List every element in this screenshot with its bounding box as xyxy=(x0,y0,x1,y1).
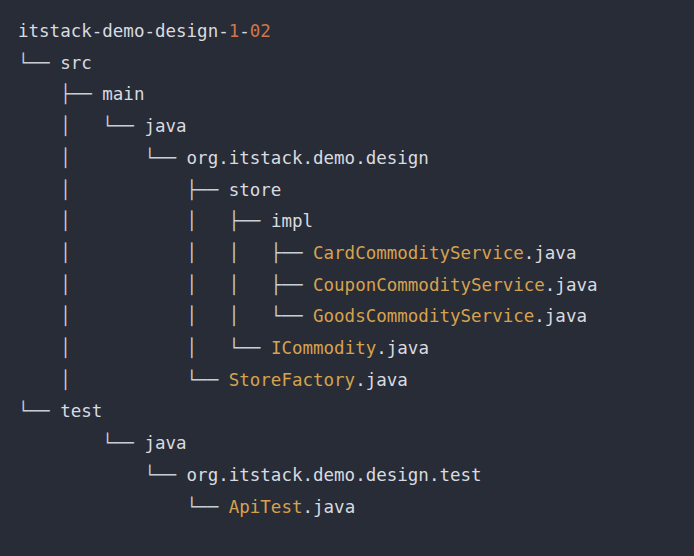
tree-line-pkg-org-itstack-demo-design-test: └── org.itstack.demo.design.test xyxy=(18,460,694,492)
file-name: StoreFactory xyxy=(229,370,355,390)
entry-label: .java xyxy=(534,306,587,326)
entry-label: src xyxy=(60,53,92,73)
entry-label: java xyxy=(144,433,186,453)
tree-branch-prefix: │ │ └── xyxy=(18,338,271,358)
tree-branch-prefix: │ │ │ └── xyxy=(18,306,313,326)
entry-label: itstack-demo-design- xyxy=(18,21,229,41)
tree-branch-prefix: │ └── xyxy=(18,148,187,168)
file-name: GoodsCommodityService xyxy=(313,306,534,326)
tree-line-dir-store: │ ├── store xyxy=(18,175,694,207)
entry-label: .java xyxy=(302,497,355,517)
tree-branch-prefix: └── xyxy=(18,497,229,517)
tree-line-dir-main: ├── main xyxy=(18,79,694,111)
tree-line-dir-src: └── src xyxy=(18,48,694,80)
entry-label: org.itstack.demo.design.test xyxy=(187,465,482,485)
entry-label: - xyxy=(239,21,250,41)
tree-line-dir-main-java: │ └── java xyxy=(18,111,694,143)
tree-branch-prefix: └── xyxy=(18,433,144,453)
tree-line-file-api-test: └── ApiTest.java xyxy=(18,492,694,524)
entry-label: test xyxy=(60,401,102,421)
entry-label: java xyxy=(144,116,186,136)
tree-branch-prefix: └── xyxy=(18,53,60,73)
title-number: 02 xyxy=(250,21,271,41)
tree-line-file-card-commodity-service: │ │ │ ├── CardCommodityService.java xyxy=(18,238,694,270)
tree-line-file-store-factory: │ └── StoreFactory.java xyxy=(18,365,694,397)
tree-branch-prefix: │ │ │ ├── xyxy=(18,243,313,263)
tree-line-dir-impl: │ │ ├── impl xyxy=(18,206,694,238)
tree-branch-prefix: │ └── xyxy=(18,370,229,390)
title-number: 1 xyxy=(229,21,240,41)
tree-branch-prefix: │ ├── xyxy=(18,180,229,200)
terminal-output: itstack-demo-design-1-02└── src ├── main… xyxy=(0,0,694,556)
tree-branch-prefix: │ │ │ ├── xyxy=(18,275,313,295)
tree-line-root-title: itstack-demo-design-1-02 xyxy=(18,16,694,48)
tree-line-dir-test: └── test xyxy=(18,396,694,428)
tree-branch-prefix: ├── xyxy=(18,84,102,104)
tree-line-pkg-org-itstack-demo-design: │ └── org.itstack.demo.design xyxy=(18,143,694,175)
entry-label: impl xyxy=(271,211,313,231)
entry-label: .java xyxy=(545,275,598,295)
entry-label: .java xyxy=(355,370,408,390)
tree-line-file-coupon-commodity-service: │ │ │ ├── CouponCommodityService.java xyxy=(18,270,694,302)
entry-label: org.itstack.demo.design xyxy=(187,148,429,168)
entry-label: store xyxy=(229,180,282,200)
file-name: CouponCommodityService xyxy=(313,275,545,295)
tree-branch-prefix: │ │ ├── xyxy=(18,211,271,231)
entry-label: .java xyxy=(524,243,577,263)
tree-line-file-icommodity: │ │ └── ICommodity.java xyxy=(18,333,694,365)
entry-label: main xyxy=(102,84,144,104)
file-name: ApiTest xyxy=(229,497,303,517)
file-name: CardCommodityService xyxy=(313,243,524,263)
tree-line-file-goods-commodity-service: │ │ │ └── GoodsCommodityService.java xyxy=(18,301,694,333)
tree-branch-prefix: │ └── xyxy=(18,116,144,136)
file-name: ICommodity xyxy=(271,338,376,358)
file-tree: itstack-demo-design-1-02└── src ├── main… xyxy=(18,16,694,523)
tree-branch-prefix: └── xyxy=(18,401,60,421)
tree-line-dir-test-java: └── java xyxy=(18,428,694,460)
tree-branch-prefix: └── xyxy=(18,465,187,485)
entry-label: .java xyxy=(376,338,429,358)
